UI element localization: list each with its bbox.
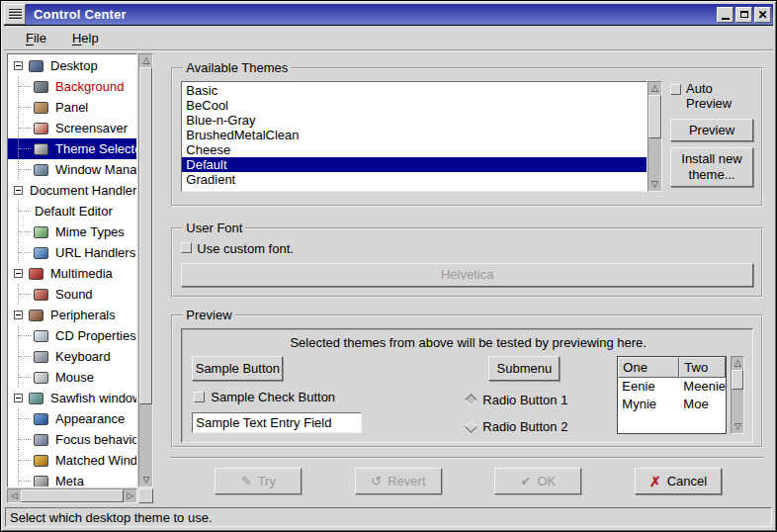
- tree-item-document-handlers[interactable]: Document Handlers: [8, 180, 136, 201]
- tree-item-screensaver[interactable]: Screensaver: [8, 118, 136, 138]
- tree-guide-line: [18, 429, 32, 450]
- tree-item-appearance[interactable]: Appearance: [8, 408, 136, 429]
- tree-item-window-manager[interactable]: Window Manager: [8, 159, 136, 180]
- tree-vertical-scrollbar[interactable]: △ ▽: [138, 53, 153, 488]
- available-themes-title: Available Themes: [183, 60, 291, 75]
- tree-horizontal-scrollbar[interactable]: ◁ ▷: [7, 488, 137, 503]
- tree-item-peripherals[interactable]: Peripherals: [8, 305, 136, 325]
- sample-check-button[interactable]: Sample Check Button: [194, 390, 467, 404]
- tree-item-meta[interactable]: Meta: [8, 471, 136, 488]
- tree-item-panel[interactable]: Panel: [8, 97, 136, 118]
- tree-item-mime-types[interactable]: Mime Types: [8, 222, 136, 242]
- tree-item-label: URL Handlers: [52, 245, 137, 260]
- tree-item-sawfish-window-manager[interactable]: Sawfish window manager: [8, 388, 136, 408]
- sample-button[interactable]: Sample Button: [192, 356, 283, 381]
- table-cell: Moe: [679, 396, 726, 413]
- tree-item-url-handlers[interactable]: URL Handlers: [8, 242, 136, 263]
- screensaver-icon: [34, 123, 48, 134]
- cancel-button[interactable]: ✗ Cancel: [635, 468, 722, 494]
- meta-icon: [34, 476, 48, 488]
- radio-button-2[interactable]: Radio Button 2: [467, 419, 617, 434]
- tree-item-label: Appearance: [52, 411, 128, 426]
- scroll-up-icon[interactable]: △: [648, 82, 661, 95]
- expander-icon[interactable]: [14, 269, 23, 278]
- minimize-button[interactable]: [717, 7, 734, 23]
- preview-title: Preview: [183, 308, 234, 322]
- table-scroll-trough[interactable]: [732, 390, 743, 420]
- use-custom-font-checkbox[interactable]: Use custom font.: [181, 241, 753, 256]
- title-area[interactable]: Control Center: [26, 4, 715, 25]
- menu-help[interactable]: Help: [62, 28, 109, 48]
- theme-item-brushedmetalclean[interactable]: BrushedMetalClean: [182, 128, 647, 142]
- expander-icon[interactable]: [14, 394, 23, 402]
- window-menu-button[interactable]: [4, 4, 26, 25]
- tree-vscroll-trough[interactable]: [139, 404, 152, 474]
- scroll-left-icon[interactable]: ◁: [8, 489, 21, 502]
- close-button[interactable]: ✕: [754, 7, 771, 23]
- table-header-two[interactable]: Two: [679, 357, 726, 378]
- theme-item-gradient[interactable]: Gradient: [182, 172, 647, 187]
- font-name-button[interactable]: Helvetica: [181, 263, 753, 287]
- scroll-down-icon[interactable]: ▽: [139, 474, 152, 487]
- scroll-up-icon[interactable]: △: [139, 54, 152, 67]
- theme-item-becool[interactable]: BeCool: [182, 98, 647, 113]
- table-scrollbar[interactable]: △ ▽: [731, 356, 744, 434]
- themes-list: BasicBeCoolBlue-n-GrayBrushedMetalCleanC…: [181, 81, 648, 192]
- themes-scroll-thumb[interactable]: [648, 95, 661, 138]
- table-row[interactable]: EenieMeenie: [618, 378, 726, 396]
- tree-item-desktop[interactable]: Desktop: [8, 55, 136, 76]
- radio-button-1[interactable]: Radio Button 1: [467, 393, 617, 407]
- sample-check-label: Sample Check Button: [211, 390, 335, 404]
- table-row[interactable]: MynieMoe: [618, 396, 726, 413]
- auto-preview-checkbox[interactable]: Auto Preview: [670, 81, 753, 111]
- tree-hscroll-thumb[interactable]: [21, 489, 124, 502]
- tree-item-matched-windows[interactable]: Matched Windows: [8, 450, 136, 471]
- try-icon: ✎: [241, 475, 252, 488]
- themes-scrollbar[interactable]: △ ▽: [648, 81, 662, 192]
- sample-text-entry[interactable]: [192, 412, 362, 433]
- expander-icon[interactable]: [14, 61, 23, 70]
- themes-scroll-trough[interactable]: [648, 138, 661, 178]
- scroll-down-icon[interactable]: ▽: [732, 420, 744, 433]
- table-cell: Meenie: [679, 378, 726, 396]
- preview-frame: Preview Selected themes from above will …: [171, 308, 763, 448]
- maximize-button[interactable]: [735, 7, 752, 23]
- install-new-theme-button[interactable]: Install new theme...: [670, 147, 753, 187]
- theme-item-basic[interactable]: Basic: [182, 83, 647, 98]
- tree-item-focus-behavior[interactable]: Focus behavior: [8, 429, 136, 450]
- scroll-down-icon[interactable]: ▽: [648, 178, 661, 191]
- tree-item-background[interactable]: Background: [8, 76, 136, 97]
- tree-item-default-editor[interactable]: Default Editor: [8, 201, 136, 222]
- main-content: DesktopBackgroundPanelScreensaverTheme S…: [4, 50, 773, 505]
- tree-item-label: Background: [52, 79, 127, 94]
- theme-item-blue-n-gray[interactable]: Blue-n-Gray: [182, 113, 647, 128]
- try-button[interactable]: ✎ Try: [215, 468, 302, 494]
- expander-icon[interactable]: [14, 186, 23, 195]
- scroll-right-icon[interactable]: ▷: [124, 489, 136, 502]
- tree-item-multimedia[interactable]: Multimedia: [8, 263, 136, 284]
- preview-button[interactable]: Preview: [670, 119, 753, 141]
- theme-item-default[interactable]: Default: [182, 157, 647, 172]
- tree-item-label: Matched Windows: [52, 453, 137, 468]
- table-header-one[interactable]: One: [618, 357, 679, 378]
- tree-item-cd-properties[interactable]: CD Properties: [8, 325, 136, 346]
- window-menu-icon: [9, 9, 22, 20]
- category-tree-panel: DesktopBackgroundPanelScreensaverTheme S…: [7, 53, 153, 503]
- ok-button[interactable]: ✔ OK: [494, 468, 581, 494]
- submenu-button[interactable]: Submenu: [488, 356, 560, 381]
- menu-file[interactable]: File: [16, 28, 56, 48]
- tree-guide-line: [18, 138, 32, 159]
- scrollbar-corner: [138, 488, 153, 503]
- cancel-label: Cancel: [667, 474, 707, 488]
- table-scroll-thumb[interactable]: [732, 370, 743, 390]
- tree-item-sound[interactable]: Sound: [8, 284, 136, 305]
- tree-item-theme-selector[interactable]: Theme Selector: [8, 138, 136, 159]
- expander-icon[interactable]: [14, 310, 23, 319]
- tree-item-keyboard[interactable]: Keyboard: [8, 346, 136, 367]
- theme-item-cheese[interactable]: Cheese: [182, 142, 647, 157]
- tree-vscroll-thumb[interactable]: [139, 67, 152, 404]
- scroll-up-icon[interactable]: △: [732, 357, 744, 370]
- available-themes-frame: Available Themes BasicBeCoolBlue-n-GrayB…: [171, 60, 763, 207]
- revert-button[interactable]: ↺ Revert: [355, 468, 442, 494]
- tree-item-mouse[interactable]: Mouse: [8, 367, 136, 388]
